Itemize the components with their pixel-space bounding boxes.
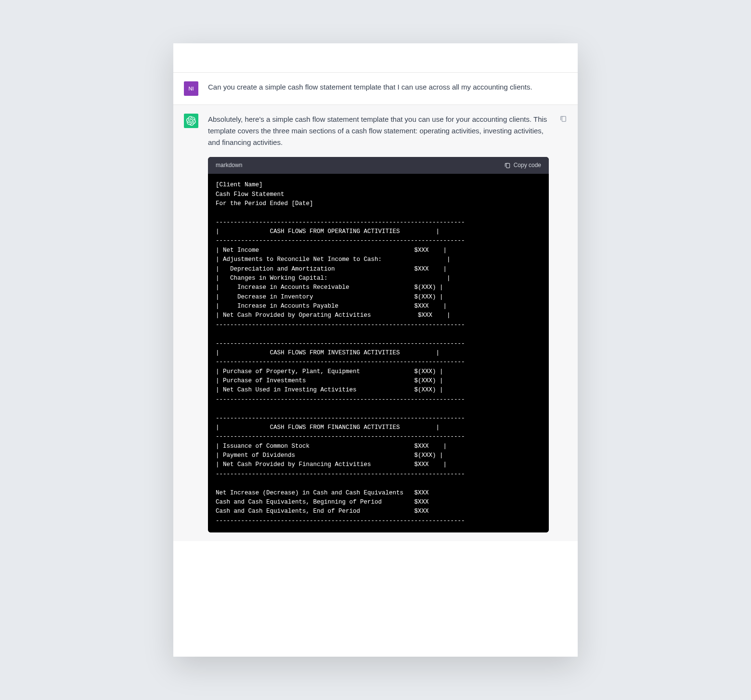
code-content[interactable]: [Client Name] Cash Flow Statement For th… (208, 174, 549, 532)
openai-logo-icon (186, 116, 196, 126)
user-message-text: Can you create a simple cash flow statem… (208, 83, 532, 91)
copy-message-button[interactable] (559, 115, 567, 122)
clipboard-icon (559, 115, 567, 123)
code-block: markdown Copy code [Client Name] Cash Fl… (208, 157, 549, 532)
assistant-avatar (184, 114, 198, 128)
code-header: markdown Copy code (208, 157, 549, 174)
user-message-row: NI Can you create a simple cash flow sta… (173, 72, 578, 104)
chat-container: NI Can you create a simple cash flow sta… (173, 43, 578, 657)
code-language-label: markdown (216, 161, 242, 170)
copy-code-button[interactable]: Copy code (504, 161, 541, 170)
user-avatar: NI (184, 81, 198, 96)
svg-rect-0 (562, 117, 566, 122)
copy-code-label: Copy code (514, 161, 541, 170)
assistant-intro-text: Absolutely, here's a simple cash flow st… (208, 115, 547, 146)
svg-rect-1 (506, 163, 509, 168)
assistant-message-row: Absolutely, here's a simple cash flow st… (173, 104, 578, 541)
user-avatar-initials: NI (189, 86, 194, 91)
user-message-content: Can you create a simple cash flow statem… (208, 81, 549, 96)
assistant-message-content: Absolutely, here's a simple cash flow st… (208, 114, 549, 532)
clipboard-icon (504, 162, 511, 169)
